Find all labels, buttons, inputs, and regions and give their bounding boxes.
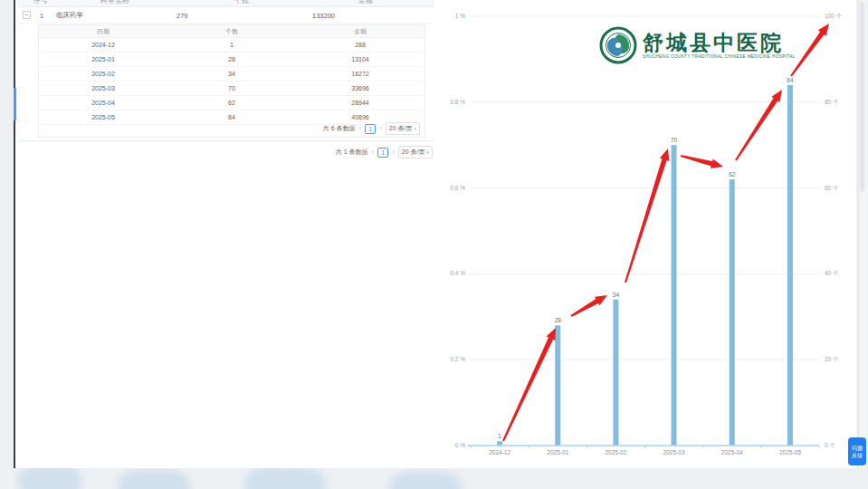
row-name: 临床药学 [56, 11, 83, 20]
sub-header-count: 个数 [167, 25, 296, 37]
outer-table-header: 序号 科室名称 个数 金额 [18, 0, 434, 7]
sub-table-cell: 288 [296, 38, 424, 52]
row-amount: 133200 [312, 11, 335, 19]
chevron-down-icon: ▾ [426, 149, 429, 155]
sub-table-row: 2025-023416272 [39, 67, 424, 82]
outer-header-name: 科室名称 [100, 0, 129, 5]
outer-prev-page-button[interactable]: ‹ [372, 149, 375, 156]
background-decoration [389, 471, 462, 489]
inner-current-page[interactable]: 1 [365, 124, 376, 134]
sub-table-row: 2025-012813104 [39, 53, 424, 67]
sub-table-cell: 2025-02 [39, 67, 167, 81]
sub-table-row: 2025-037033696 [39, 82, 424, 96]
window-left-border [14, 0, 15, 468]
hospital-name-en: SHUCHENG COUNTY TRADITIONAL CHINESE MEDI… [643, 54, 796, 59]
sub-table-cell: 28944 [296, 96, 424, 110]
hospital-name-cn: 舒城县中医院 [643, 32, 796, 53]
outer-table-bottom-border [18, 140, 434, 141]
sub-table-header: 日期 个数 金额 [39, 25, 424, 38]
collapse-row-button[interactable]: − [23, 11, 31, 19]
inner-next-page-button[interactable]: › [379, 125, 382, 132]
sub-table-cell: 34 [167, 67, 296, 81]
inner-pagination: 共 6 条数据 ‹ 1 › 20 条/页 ▾ [38, 122, 420, 135]
hospital-emblem-icon [599, 26, 637, 64]
left-scrollbar-thumb[interactable] [14, 88, 16, 120]
sub-table-cell: 2025-03 [39, 82, 167, 95]
outer-pagination: 共 1 条数据 ‹ 1 › 20 条/页 ▾ [18, 146, 433, 158]
outer-page-size-select[interactable]: 20 条/页 ▾ [398, 146, 433, 158]
table-row: − 1 临床药学 279 133200 [18, 7, 434, 24]
outer-page-size-label: 20 条/页 [402, 148, 425, 157]
sub-table-cell: 33696 [296, 82, 424, 95]
feedback-button-line2: 反馈 [848, 452, 866, 459]
sub-table-cell: 28 [167, 53, 296, 66]
expanded-sub-table: 日期 个数 金额 2024-1212882025-0128131042025-0… [38, 24, 425, 138]
outer-header-amount: 金额 [358, 0, 373, 5]
hospital-logo: 舒城县中医院 SHUCHENG COUNTY TRADITIONAL CHINE… [599, 26, 796, 64]
inner-page-size-label: 20 条/页 [389, 124, 413, 133]
sub-table-cell: 1 [167, 38, 296, 52]
inner-page-size-select[interactable]: 20 条/页 ▾ [386, 122, 420, 135]
left-edge-strip [0, 0, 14, 489]
outer-header-count: 个数 [234, 0, 249, 5]
sub-header-date: 日期 [39, 25, 167, 37]
background-decoration [118, 469, 190, 489]
sub-table-cell: 16272 [296, 67, 424, 81]
sub-table-cell: 2025-01 [39, 53, 167, 66]
sub-table-row: 2025-046228944 [39, 96, 424, 110]
inner-total-text: 共 6 条数据 [323, 124, 356, 133]
row-count: 279 [176, 11, 188, 19]
sub-table-body: 2024-1212882025-0128131042025-0234162722… [39, 38, 424, 125]
sub-table-cell: 13104 [296, 53, 424, 66]
feedback-button-line1: 问题 [848, 445, 866, 452]
sub-table-cell: 2024-12 [39, 38, 167, 52]
outer-header-index: 序号 [33, 0, 48, 5]
background-decoration [244, 465, 326, 489]
outer-next-page-button[interactable]: › [392, 149, 395, 156]
outer-current-page[interactable]: 1 [377, 148, 388, 158]
sub-header-amount: 金额 [296, 25, 424, 37]
sub-table-row: 2024-121288 [39, 38, 424, 53]
outer-total-text: 共 1 条数据 [336, 148, 368, 157]
row-index: 1 [40, 11, 43, 19]
right-scrollbar-thumb[interactable] [860, 2, 864, 192]
sub-table-cell: 70 [167, 82, 296, 95]
sub-table-cell: 62 [167, 96, 296, 110]
inner-prev-page-button[interactable]: ‹ [359, 125, 362, 132]
feedback-float-button[interactable]: 问题 反馈 [848, 437, 866, 465]
chevron-down-icon: ▾ [414, 126, 416, 131]
sub-table-cell: 2025-04 [39, 96, 167, 110]
screen: 序号 科室名称 个数 金额 − 1 临床药学 279 133200 日期 个数 … [0, 0, 868, 489]
